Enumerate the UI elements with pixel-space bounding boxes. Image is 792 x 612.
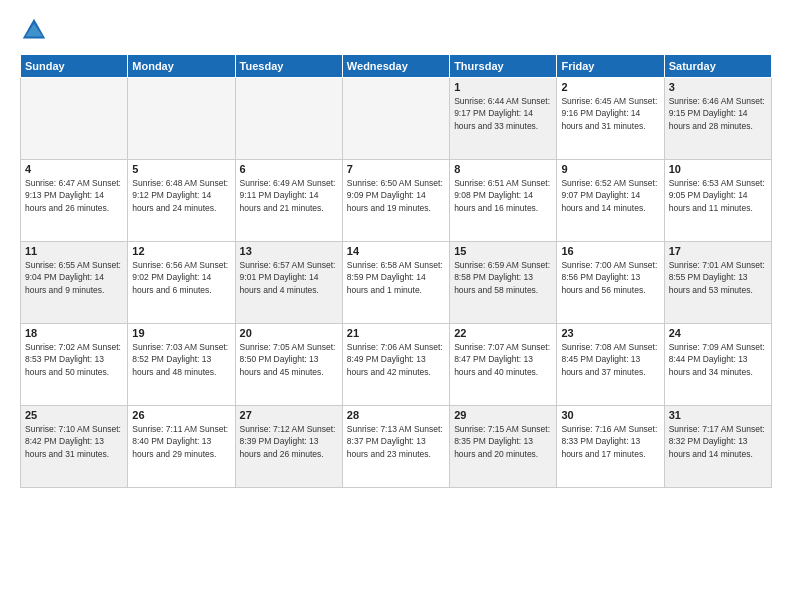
- day-info: Sunrise: 7:12 AM Sunset: 8:39 PM Dayligh…: [240, 423, 338, 460]
- day-number: 30: [561, 409, 659, 421]
- day-info: Sunrise: 7:00 AM Sunset: 8:56 PM Dayligh…: [561, 259, 659, 296]
- day-cell: 23Sunrise: 7:08 AM Sunset: 8:45 PM Dayli…: [557, 324, 664, 406]
- day-info: Sunrise: 7:07 AM Sunset: 8:47 PM Dayligh…: [454, 341, 552, 378]
- day-number: 9: [561, 163, 659, 175]
- day-cell: 11Sunrise: 6:55 AM Sunset: 9:04 PM Dayli…: [21, 242, 128, 324]
- day-info: Sunrise: 7:01 AM Sunset: 8:55 PM Dayligh…: [669, 259, 767, 296]
- day-info: Sunrise: 7:16 AM Sunset: 8:33 PM Dayligh…: [561, 423, 659, 460]
- weekday-header-wednesday: Wednesday: [342, 55, 449, 78]
- calendar: SundayMondayTuesdayWednesdayThursdayFrid…: [20, 54, 772, 488]
- day-number: 2: [561, 81, 659, 93]
- day-number: 7: [347, 163, 445, 175]
- week-row-2: 11Sunrise: 6:55 AM Sunset: 9:04 PM Dayli…: [21, 242, 772, 324]
- header: [20, 16, 772, 44]
- day-number: 10: [669, 163, 767, 175]
- weekday-header-friday: Friday: [557, 55, 664, 78]
- day-info: Sunrise: 6:46 AM Sunset: 9:15 PM Dayligh…: [669, 95, 767, 132]
- day-cell: 7Sunrise: 6:50 AM Sunset: 9:09 PM Daylig…: [342, 160, 449, 242]
- day-cell: [235, 78, 342, 160]
- day-number: 3: [669, 81, 767, 93]
- day-info: Sunrise: 6:57 AM Sunset: 9:01 PM Dayligh…: [240, 259, 338, 296]
- weekday-header-monday: Monday: [128, 55, 235, 78]
- day-info: Sunrise: 6:48 AM Sunset: 9:12 PM Dayligh…: [132, 177, 230, 214]
- day-cell: 9Sunrise: 6:52 AM Sunset: 9:07 PM Daylig…: [557, 160, 664, 242]
- weekday-header-sunday: Sunday: [21, 55, 128, 78]
- page: SundayMondayTuesdayWednesdayThursdayFrid…: [0, 0, 792, 612]
- weekday-header-tuesday: Tuesday: [235, 55, 342, 78]
- day-number: 26: [132, 409, 230, 421]
- day-cell: 8Sunrise: 6:51 AM Sunset: 9:08 PM Daylig…: [450, 160, 557, 242]
- day-info: Sunrise: 7:10 AM Sunset: 8:42 PM Dayligh…: [25, 423, 123, 460]
- day-cell: 2Sunrise: 6:45 AM Sunset: 9:16 PM Daylig…: [557, 78, 664, 160]
- day-cell: 12Sunrise: 6:56 AM Sunset: 9:02 PM Dayli…: [128, 242, 235, 324]
- day-info: Sunrise: 7:02 AM Sunset: 8:53 PM Dayligh…: [25, 341, 123, 378]
- day-cell: 25Sunrise: 7:10 AM Sunset: 8:42 PM Dayli…: [21, 406, 128, 488]
- day-number: 29: [454, 409, 552, 421]
- day-cell: [21, 78, 128, 160]
- week-row-4: 25Sunrise: 7:10 AM Sunset: 8:42 PM Dayli…: [21, 406, 772, 488]
- logo-icon: [20, 16, 48, 44]
- weekday-header-saturday: Saturday: [664, 55, 771, 78]
- day-number: 18: [25, 327, 123, 339]
- day-cell: 20Sunrise: 7:05 AM Sunset: 8:50 PM Dayli…: [235, 324, 342, 406]
- week-row-0: 1Sunrise: 6:44 AM Sunset: 9:17 PM Daylig…: [21, 78, 772, 160]
- day-number: 4: [25, 163, 123, 175]
- day-info: Sunrise: 7:11 AM Sunset: 8:40 PM Dayligh…: [132, 423, 230, 460]
- day-number: 23: [561, 327, 659, 339]
- day-cell: 19Sunrise: 7:03 AM Sunset: 8:52 PM Dayli…: [128, 324, 235, 406]
- day-cell: 1Sunrise: 6:44 AM Sunset: 9:17 PM Daylig…: [450, 78, 557, 160]
- day-number: 12: [132, 245, 230, 257]
- day-number: 14: [347, 245, 445, 257]
- day-info: Sunrise: 7:17 AM Sunset: 8:32 PM Dayligh…: [669, 423, 767, 460]
- day-info: Sunrise: 7:06 AM Sunset: 8:49 PM Dayligh…: [347, 341, 445, 378]
- day-info: Sunrise: 6:56 AM Sunset: 9:02 PM Dayligh…: [132, 259, 230, 296]
- day-cell: 26Sunrise: 7:11 AM Sunset: 8:40 PM Dayli…: [128, 406, 235, 488]
- day-info: Sunrise: 6:58 AM Sunset: 8:59 PM Dayligh…: [347, 259, 445, 296]
- week-row-3: 18Sunrise: 7:02 AM Sunset: 8:53 PM Dayli…: [21, 324, 772, 406]
- week-row-1: 4Sunrise: 6:47 AM Sunset: 9:13 PM Daylig…: [21, 160, 772, 242]
- day-info: Sunrise: 7:08 AM Sunset: 8:45 PM Dayligh…: [561, 341, 659, 378]
- weekday-header-row: SundayMondayTuesdayWednesdayThursdayFrid…: [21, 55, 772, 78]
- day-info: Sunrise: 6:44 AM Sunset: 9:17 PM Dayligh…: [454, 95, 552, 132]
- day-info: Sunrise: 6:52 AM Sunset: 9:07 PM Dayligh…: [561, 177, 659, 214]
- day-cell: 10Sunrise: 6:53 AM Sunset: 9:05 PM Dayli…: [664, 160, 771, 242]
- day-number: 19: [132, 327, 230, 339]
- day-info: Sunrise: 6:49 AM Sunset: 9:11 PM Dayligh…: [240, 177, 338, 214]
- day-number: 11: [25, 245, 123, 257]
- day-cell: 15Sunrise: 6:59 AM Sunset: 8:58 PM Dayli…: [450, 242, 557, 324]
- day-info: Sunrise: 6:59 AM Sunset: 8:58 PM Dayligh…: [454, 259, 552, 296]
- day-cell: 29Sunrise: 7:15 AM Sunset: 8:35 PM Dayli…: [450, 406, 557, 488]
- day-info: Sunrise: 7:09 AM Sunset: 8:44 PM Dayligh…: [669, 341, 767, 378]
- day-number: 16: [561, 245, 659, 257]
- day-number: 6: [240, 163, 338, 175]
- day-number: 8: [454, 163, 552, 175]
- day-number: 25: [25, 409, 123, 421]
- day-info: Sunrise: 7:15 AM Sunset: 8:35 PM Dayligh…: [454, 423, 552, 460]
- day-cell: [128, 78, 235, 160]
- day-number: 24: [669, 327, 767, 339]
- day-cell: 21Sunrise: 7:06 AM Sunset: 8:49 PM Dayli…: [342, 324, 449, 406]
- day-cell: [342, 78, 449, 160]
- day-number: 20: [240, 327, 338, 339]
- day-number: 27: [240, 409, 338, 421]
- day-cell: 16Sunrise: 7:00 AM Sunset: 8:56 PM Dayli…: [557, 242, 664, 324]
- day-number: 13: [240, 245, 338, 257]
- day-number: 1: [454, 81, 552, 93]
- day-cell: 14Sunrise: 6:58 AM Sunset: 8:59 PM Dayli…: [342, 242, 449, 324]
- day-cell: 5Sunrise: 6:48 AM Sunset: 9:12 PM Daylig…: [128, 160, 235, 242]
- day-number: 15: [454, 245, 552, 257]
- day-cell: 28Sunrise: 7:13 AM Sunset: 8:37 PM Dayli…: [342, 406, 449, 488]
- day-number: 5: [132, 163, 230, 175]
- day-number: 17: [669, 245, 767, 257]
- day-info: Sunrise: 6:51 AM Sunset: 9:08 PM Dayligh…: [454, 177, 552, 214]
- day-cell: 27Sunrise: 7:12 AM Sunset: 8:39 PM Dayli…: [235, 406, 342, 488]
- logo: [20, 16, 52, 44]
- day-cell: 4Sunrise: 6:47 AM Sunset: 9:13 PM Daylig…: [21, 160, 128, 242]
- day-number: 28: [347, 409, 445, 421]
- weekday-header-thursday: Thursday: [450, 55, 557, 78]
- day-info: Sunrise: 6:53 AM Sunset: 9:05 PM Dayligh…: [669, 177, 767, 214]
- day-cell: 24Sunrise: 7:09 AM Sunset: 8:44 PM Dayli…: [664, 324, 771, 406]
- day-cell: 3Sunrise: 6:46 AM Sunset: 9:15 PM Daylig…: [664, 78, 771, 160]
- day-info: Sunrise: 6:47 AM Sunset: 9:13 PM Dayligh…: [25, 177, 123, 214]
- day-cell: 6Sunrise: 6:49 AM Sunset: 9:11 PM Daylig…: [235, 160, 342, 242]
